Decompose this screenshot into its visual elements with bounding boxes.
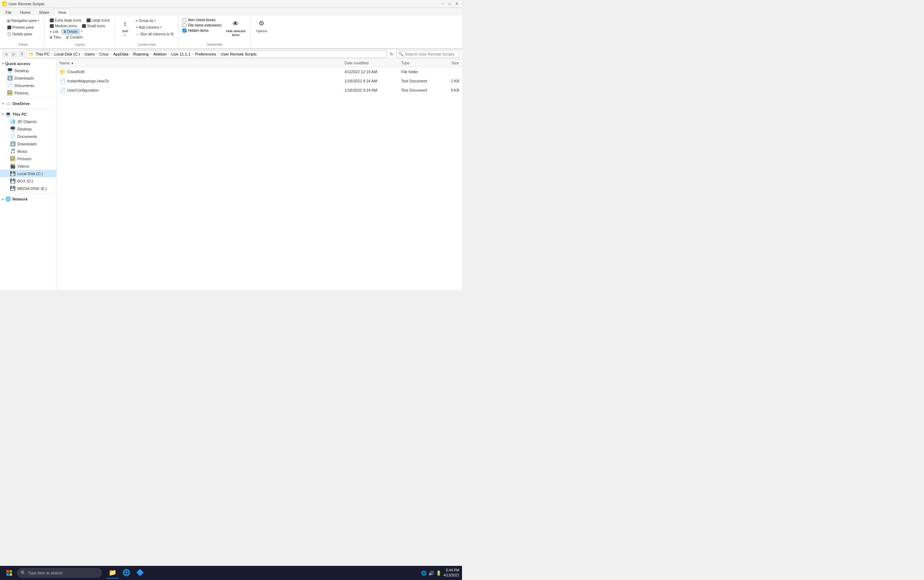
sort-group: ↕ Sort ▾ xyxy=(118,18,132,38)
title-bar-controls: ─ □ ✕ xyxy=(439,1,460,7)
preview-pane-button[interactable]: ⬛ Preview pane xyxy=(5,25,41,30)
file-name-extensions-checkbox[interactable] xyxy=(183,23,186,27)
item-check-boxes-option[interactable]: Item check boxes xyxy=(182,18,223,22)
restore-button[interactable]: □ xyxy=(446,1,453,7)
tab-view[interactable]: View xyxy=(54,9,70,16)
search-bar[interactable]: 🔍 xyxy=(396,50,460,58)
show-hide-group-label: Show/Hide xyxy=(207,43,223,46)
up-button[interactable]: ⇧ xyxy=(18,51,25,58)
col-header-type[interactable]: Type xyxy=(398,60,441,66)
ribbon-group-show-hide: Item check boxes File name extensions Hi… xyxy=(179,17,251,47)
group-by-button[interactable]: ≡ Group by ▾ xyxy=(134,18,175,24)
sort-button[interactable]: ↕ Sort ▾ xyxy=(118,18,132,38)
tiles-button[interactable]: ⊞ Tiles xyxy=(48,35,63,40)
breadcrumb-live[interactable]: Live 11.1.1 xyxy=(170,52,191,57)
options-icon: ⚙ xyxy=(256,19,266,29)
tab-home[interactable]: Home xyxy=(16,9,34,16)
details-button[interactable]: ≣ Details xyxy=(61,29,80,34)
address-bar[interactable]: 📁 This PC › Local Disk (C:) › Users › Cr… xyxy=(26,50,387,58)
add-columns-icon: + xyxy=(135,25,138,30)
sidebar-network-header[interactable]: ▸ 🌐 Network xyxy=(0,195,56,203)
large-icons-button[interactable]: ⬛ Large icons xyxy=(84,18,112,23)
sidebar-this-pc-header[interactable]: ▾ 💻 This PC xyxy=(0,110,56,118)
details-pane-button[interactable]: 📋 Details pane xyxy=(5,31,41,37)
sidebar-item-desktop-quick[interactable]: 🖥️ Desktop ✎ xyxy=(0,67,56,74)
table-row[interactable]: 📄 InstantMappings-HowTo 1/18/2022 9:24 A… xyxy=(57,76,462,86)
sidebar-quick-access-header[interactable]: ▾ Quick access xyxy=(0,61,56,67)
size-all-columns-button[interactable]: ↔ Size all columns to fit xyxy=(134,31,175,37)
table-row[interactable]: 📄 UserConfiguration 1/18/2022 9:24 AM Te… xyxy=(57,86,462,95)
details-pane-icon: 📋 xyxy=(7,32,12,36)
view-row-1: ⬛ Extra large icons ⬛ Large icons xyxy=(48,18,112,23)
table-row[interactable]: 📁 CriusRot8 4/1/2022 12:19 AM File folde… xyxy=(57,67,462,76)
hidden-items-option[interactable]: Hidden items xyxy=(182,28,223,33)
medium-icons-button[interactable]: ⬛ Medium icons xyxy=(48,23,79,29)
breadcrumb-crius[interactable]: Crius xyxy=(98,52,110,57)
navigation-pane-button[interactable]: ▤ Navigation pane ▾ xyxy=(5,18,41,24)
layout-dropdown[interactable]: ▾ xyxy=(81,29,83,34)
nav-pane-icon: ▤ xyxy=(7,19,10,23)
list-button[interactable]: ≡ List xyxy=(48,29,60,34)
quick-access-toggle: ▾ xyxy=(2,62,4,66)
breadcrumb-local-disk[interactable]: Local Disk (C:) xyxy=(53,52,81,57)
small-icons-icon: ⬛ xyxy=(82,24,86,28)
hidden-items-checkbox[interactable] xyxy=(183,29,186,33)
col-header-date[interactable]: Date modified xyxy=(342,60,398,66)
file-name-extensions-option[interactable]: File name extensions xyxy=(182,23,223,28)
small-icons-button[interactable]: ⬛ Small icons xyxy=(79,23,107,29)
options-button[interactable]: ⚙ Options xyxy=(253,18,269,34)
file-type-instantmappings: Text Document xyxy=(398,78,441,84)
content-button[interactable]: ☰ Content xyxy=(64,35,84,40)
tab-share[interactable]: Share xyxy=(35,9,53,16)
sidebar-item-media-disk[interactable]: 💾 MEDIA DISK (E:) xyxy=(0,185,56,192)
close-button[interactable]: ✕ xyxy=(454,1,460,7)
sidebar-item-3d-objects[interactable]: 🧊 3D Objects xyxy=(0,118,56,125)
breadcrumb-preferences[interactable]: Preferences xyxy=(194,52,217,57)
add-columns-button[interactable]: + Add columns ▾ xyxy=(134,25,175,30)
size-all-columns-icon: ↔ xyxy=(135,32,139,36)
breadcrumb-users[interactable]: Users xyxy=(84,52,96,57)
col-header-name[interactable]: Name ▲ xyxy=(57,60,342,66)
item-check-boxes-checkbox[interactable] xyxy=(183,18,186,22)
hide-selected-items-button[interactable]: 👁 Hide selecteditems xyxy=(224,18,248,38)
sidebar-item-pictures-quick[interactable]: 🖼️ Pictures ✎ xyxy=(0,89,56,97)
downloads-quick-label: Downloads xyxy=(15,76,34,80)
sidebar-item-documents-pc[interactable]: 📄 Documents xyxy=(0,133,56,140)
forward-button[interactable]: ▶ xyxy=(10,51,17,58)
breadcrumb-ableton[interactable]: Ableton xyxy=(152,52,168,57)
this-pc-label: This PC xyxy=(12,112,27,116)
hide-selected-icon: 👁 xyxy=(231,19,241,29)
file-size-userconfig: 9 KB xyxy=(441,87,462,93)
sidebar-item-pictures-pc[interactable]: 🖼️ Pictures xyxy=(0,155,56,162)
breadcrumb-this-pc[interactable]: This PC xyxy=(35,52,51,57)
pictures-quick-label: Pictures xyxy=(15,91,29,95)
breadcrumb-roaming[interactable]: Roaming xyxy=(132,52,150,57)
breadcrumb-user-remote-scripts[interactable]: User Remote Scripts xyxy=(219,52,257,57)
extra-large-icons-button[interactable]: ⬛ Extra large icons xyxy=(48,18,83,23)
sidebar-item-documents-quick[interactable]: 📄 Documents ✎ xyxy=(0,82,56,89)
window-title: User Remote Scripts xyxy=(8,2,44,6)
sidebar-item-downloads-quick[interactable]: ⬇️ Downloads ✎ xyxy=(0,74,56,82)
file-area: Name ▲ Date modified Type Size 📁 CriusRo… xyxy=(57,59,462,290)
videos-icon: 🎬 xyxy=(10,163,16,169)
sidebar-item-music[interactable]: 🎵 Music xyxy=(0,147,56,155)
sort-arrow: ▾ xyxy=(124,34,125,37)
group-by-arrow: ▾ xyxy=(154,19,156,22)
sidebar-item-local-disk[interactable]: 💾 Local Disk (C:) xyxy=(0,170,56,177)
sidebar-item-videos[interactable]: 🎬 Videos xyxy=(0,162,56,170)
file-header: Name ▲ Date modified Type Size xyxy=(57,59,462,67)
tab-file[interactable]: File xyxy=(2,9,16,16)
file-name-cell-criusrot8: 📁 CriusRot8 xyxy=(57,68,342,76)
desktop-pc-icon: 🖥️ xyxy=(10,126,16,132)
minimize-button[interactable]: ─ xyxy=(439,1,446,7)
col-header-size[interactable]: Size xyxy=(441,60,462,66)
search-input[interactable] xyxy=(405,52,458,56)
sidebar-item-desktop-pc[interactable]: 🖥️ Desktop xyxy=(0,125,56,133)
sidebar-onedrive-header[interactable]: ▾ ☁️ OneDrive xyxy=(0,100,56,107)
sidebar-item-downloads-pc[interactable]: ⬇️ Downloads xyxy=(0,140,56,147)
sidebar-item-box-d[interactable]: 💾 BOX (D:) xyxy=(0,177,56,185)
breadcrumb-appdata[interactable]: AppData xyxy=(112,52,129,57)
refresh-button[interactable]: ↻ xyxy=(388,51,395,58)
pictures-pc-icon: 🖼️ xyxy=(10,156,16,161)
back-button[interactable]: ◀ xyxy=(2,51,9,58)
